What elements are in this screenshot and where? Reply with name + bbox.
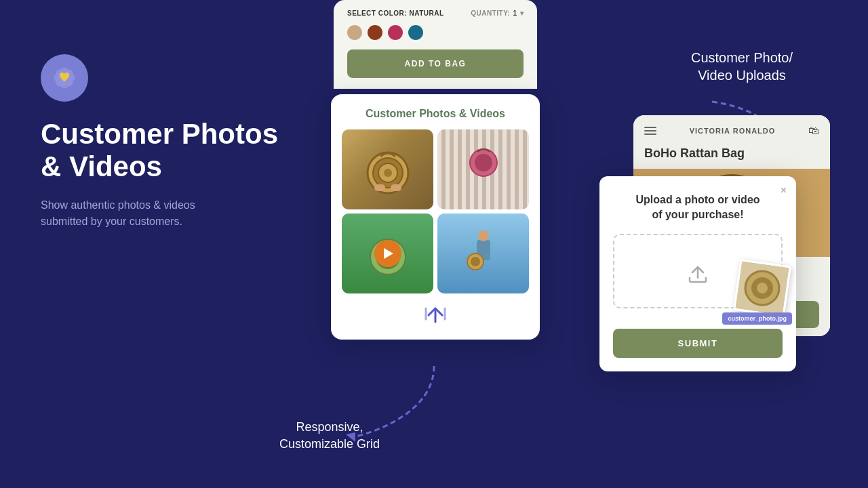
right-widget: VICTORIA RONALDO 🛍 BoHo Rattan Bag × Upl… bbox=[633, 115, 830, 336]
modal-title: Upload a photo or video of your purchase… bbox=[613, 190, 783, 223]
photo-grid bbox=[342, 129, 529, 293]
photos-card-title: Customer Photos & Videos bbox=[342, 108, 529, 120]
modal-close-button[interactable]: × bbox=[781, 184, 787, 197]
svg-point-18 bbox=[475, 154, 492, 171]
product-name-right: BoHo Rattan Bag bbox=[633, 144, 830, 169]
photo-cell-1 bbox=[342, 129, 433, 209]
photos-card: Customer Photos & Videos bbox=[331, 94, 540, 340]
play-button[interactable] bbox=[374, 240, 401, 267]
left-section: Customer Photos & Videos Show authentic … bbox=[41, 54, 298, 230]
photo-cell-2 bbox=[437, 129, 529, 209]
upload-arrow bbox=[342, 304, 529, 323]
swatch-teal[interactable] bbox=[408, 25, 423, 40]
main-title: Customer Photos & Videos bbox=[41, 118, 298, 184]
photo-1-illustration bbox=[361, 142, 415, 197]
quantity-label: QUANTITY: 1 ▾ bbox=[471, 9, 524, 17]
photo-4-illustration bbox=[463, 226, 504, 281]
flower-heart-icon bbox=[52, 66, 77, 90]
upload-area[interactable]: customer_photo.jpg bbox=[613, 234, 783, 308]
svg-rect-16 bbox=[391, 184, 401, 191]
subtitle: Show authentic photos & videos submitted… bbox=[41, 197, 298, 230]
upload-modal: × Upload a photo or video of your purcha… bbox=[599, 176, 796, 371]
logo bbox=[41, 54, 88, 102]
file-badge: customer_photo.jpg bbox=[722, 312, 792, 325]
photo-preview bbox=[733, 259, 791, 317]
bag-icon[interactable]: 🛍 bbox=[808, 125, 819, 137]
photo-cell-3 bbox=[342, 214, 433, 293]
bottom-label: Responsive, Customizable Grid bbox=[279, 419, 380, 453]
product-bar: SELECT COLOR: NATURAL QUANTITY: 1 ▾ ADD … bbox=[334, 0, 537, 89]
upload-arrow-icon bbox=[423, 304, 448, 323]
right-label: Customer Photo/ Video Uploads bbox=[654, 49, 830, 84]
hamburger-menu[interactable] bbox=[644, 127, 656, 135]
right-widget-header: VICTORIA RONALDO 🛍 bbox=[633, 115, 830, 144]
add-to-bag-button-top[interactable]: ADD TO BAG bbox=[347, 49, 524, 78]
color-swatches bbox=[347, 25, 524, 40]
upload-icon bbox=[686, 259, 710, 283]
submit-button[interactable]: SUBMIT bbox=[613, 329, 783, 358]
photo-cell-4 bbox=[437, 214, 529, 293]
store-name: VICTORIA RONALDO bbox=[690, 127, 776, 135]
svg-rect-15 bbox=[374, 184, 385, 191]
swatch-brown[interactable] bbox=[368, 25, 382, 40]
select-color-label: SELECT COLOR: NATURAL bbox=[347, 9, 444, 17]
swatch-pink[interactable] bbox=[388, 25, 403, 40]
swatch-natural[interactable] bbox=[347, 25, 362, 40]
svg-point-25 bbox=[471, 257, 480, 266]
photo-preview-image bbox=[735, 261, 789, 314]
svg-point-14 bbox=[384, 169, 392, 177]
svg-point-23 bbox=[478, 230, 489, 241]
center-widget: SELECT COLOR: NATURAL QUANTITY: 1 ▾ ADD … bbox=[331, 0, 540, 340]
photo-2-illustration bbox=[463, 139, 504, 200]
